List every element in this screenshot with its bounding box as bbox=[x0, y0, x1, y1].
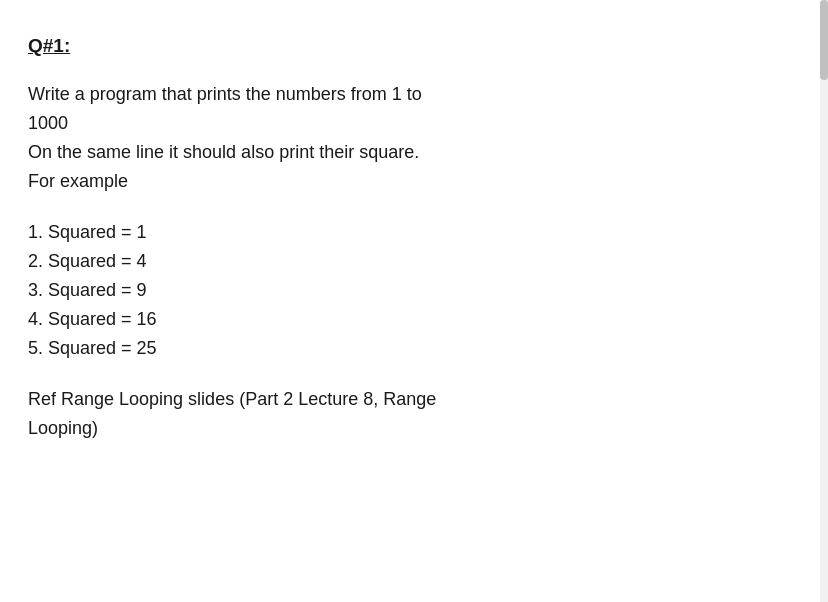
scrollbar[interactable] bbox=[820, 0, 828, 602]
reference-line-2: Looping) bbox=[28, 415, 754, 442]
example-line-2: 2. Squared = 4 bbox=[28, 248, 754, 275]
page-container: Q#1: Write a program that prints the num… bbox=[0, 0, 790, 476]
description-line-1: Write a program that prints the numbers … bbox=[28, 81, 754, 108]
description-line-4: For example bbox=[28, 168, 754, 195]
description-line-3: On the same line it should also print th… bbox=[28, 139, 754, 166]
scrollbar-thumb[interactable] bbox=[820, 0, 828, 80]
question-title: Q#1: bbox=[28, 32, 754, 61]
description-block: Write a program that prints the numbers … bbox=[28, 81, 754, 195]
reference-line-1: Ref Range Looping slides (Part 2 Lecture… bbox=[28, 386, 754, 413]
example-line-1: 1. Squared = 1 bbox=[28, 219, 754, 246]
example-line-4: 4. Squared = 16 bbox=[28, 306, 754, 333]
examples-block: 1. Squared = 1 2. Squared = 4 3. Squared… bbox=[28, 219, 754, 362]
reference-block: Ref Range Looping slides (Part 2 Lecture… bbox=[28, 386, 754, 442]
example-line-5: 5. Squared = 25 bbox=[28, 335, 754, 362]
example-line-3: 3. Squared = 9 bbox=[28, 277, 754, 304]
description-line-2: 1000 bbox=[28, 110, 754, 137]
